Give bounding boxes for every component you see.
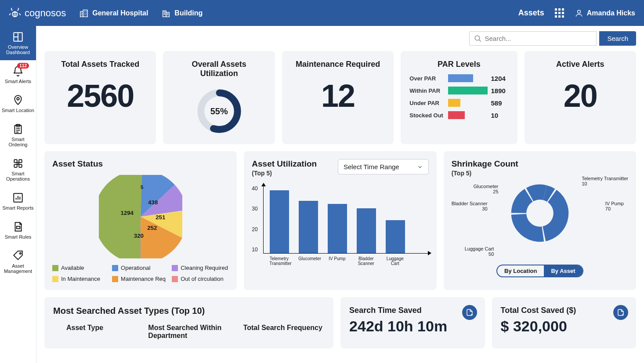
y-tick: 40 — [252, 185, 257, 192]
kpi-value: 20 — [564, 78, 597, 114]
par-row: Over PAR1204 — [409, 74, 508, 82]
kpi-title: PAR Levels — [409, 60, 508, 69]
chevron-down-icon — [417, 164, 423, 170]
nav-assets[interactable]: Assets — [518, 8, 544, 18]
par-value: 1890 — [491, 87, 509, 94]
utilization-bar-chart: 40302010 — [252, 185, 428, 254]
card-title: Shrinkage Count — [452, 159, 628, 169]
time-range-select[interactable]: Select Time Range — [338, 159, 429, 174]
card-time-saved: Search Time Saved 242d 10h 10m — [340, 297, 485, 348]
slice-value: 10 — [582, 181, 587, 186]
clipboard-icon — [12, 123, 24, 135]
stat-value: 242d 10h 10m — [349, 318, 476, 335]
nav-smart-reports[interactable]: Smart Reports — [0, 187, 36, 216]
par-value: 589 — [491, 99, 509, 107]
brand-logo[interactable]: cognosos — [9, 7, 66, 19]
svg-rect-10 — [14, 160, 17, 163]
card-asset-utilization: Asset Utilization (Top 5) Select Time Ra… — [244, 151, 436, 290]
y-tick: 20 — [252, 226, 257, 232]
report-icon[interactable] — [462, 305, 477, 320]
card-title: Most Searched Asset Types (Top 10) — [53, 306, 325, 316]
kpi-title: Total Assets Tracked — [61, 60, 139, 69]
svg-rect-1 — [80, 11, 83, 17]
slice-value: 70 — [605, 206, 611, 211]
toggle-by-location[interactable]: By Location — [497, 265, 544, 276]
nav-smart-operations[interactable]: Smart Operations — [0, 152, 36, 187]
svg-text:1294: 1294 — [121, 210, 134, 216]
par-row: Under PAR589 — [409, 99, 508, 107]
toggle-by-asset[interactable]: By Asset — [544, 265, 582, 276]
search-button[interactable]: Search — [599, 31, 636, 46]
kpi-title: Maintenance Required — [296, 60, 380, 69]
utilization-donut: 55% — [195, 87, 243, 135]
context-building[interactable]: Building — [161, 8, 203, 18]
legend-item: Maintenance Req — [112, 276, 169, 282]
x-label: Glucometer — [298, 256, 318, 266]
col-header: Asset Type — [53, 324, 148, 340]
nav-label: Smart Rules — [5, 234, 32, 240]
context-building-label: Building — [174, 9, 203, 17]
kpi-row: Total Assets Tracked 2560 Overall Assets… — [44, 51, 636, 144]
legend-label: Maintenance Req — [121, 276, 166, 282]
nav-smart-alerts[interactable]: 112 Smart Alerts — [0, 60, 36, 89]
svg-rect-11 — [19, 160, 22, 163]
card-title: Asset Utilization — [252, 159, 317, 169]
svg-point-5 — [577, 10, 580, 13]
report-icon[interactable] — [613, 305, 628, 320]
par-label: Under PAR — [409, 100, 445, 106]
kpi-par-levels: PAR Levels Over PAR1204Within PAR1890Und… — [401, 51, 517, 144]
legend-item: Cleaning Required — [172, 265, 229, 271]
svg-text:5: 5 — [141, 185, 144, 190]
par-label: Within PAR — [409, 87, 445, 94]
nav-label: Smart Location — [2, 108, 34, 113]
tag-icon — [12, 250, 24, 261]
bar — [299, 201, 318, 253]
user-name: Amanda Hicks — [587, 9, 635, 17]
stat-value: $ 320,000 — [501, 318, 627, 335]
legend-label: In Maintenance — [61, 276, 100, 282]
nav-smart-location[interactable]: Smart Location — [0, 89, 36, 118]
search-input-wrap[interactable] — [469, 31, 597, 46]
card-title: Asset Status — [52, 159, 229, 169]
card-cost-saved: Total Cost Saved ($) $ 320,000 — [492, 297, 636, 348]
par-row: Stocked Out10 — [409, 111, 508, 119]
context-location[interactable]: General Hospital — [79, 8, 148, 18]
svg-rect-12 — [14, 164, 17, 167]
nav-asset-management[interactable]: Asset Management — [0, 245, 36, 279]
search-input[interactable] — [485, 35, 592, 42]
y-tick: 30 — [252, 206, 257, 212]
bar — [270, 190, 289, 253]
user-icon — [575, 9, 583, 18]
nav-smart-rules[interactable]: Smart Rules — [0, 216, 36, 245]
sidebar: Overview Dashboard 112 Smart Alerts Smar… — [0, 26, 36, 363]
x-label: Bladder Scanner — [356, 256, 376, 266]
legend-item: In Maintenance — [52, 276, 109, 282]
nav-label: Smart Reports — [3, 205, 34, 211]
kpi-maintenance: Maintenance Required 12 — [282, 51, 394, 144]
slice-label: Glucometer — [474, 184, 499, 189]
donut-value: 55% — [195, 87, 243, 135]
svg-rect-16 — [17, 226, 20, 229]
bar — [386, 220, 405, 253]
svg-text:320: 320 — [134, 232, 144, 239]
kpi-active-alerts: Active Alerts 20 — [525, 51, 636, 144]
bar — [357, 208, 376, 253]
slice-value: 50 — [488, 251, 494, 257]
kpi-utilization: Overall Assets Utilization 55% — [163, 51, 275, 144]
apps-icon[interactable] — [555, 8, 564, 18]
nav-label: Smart Alerts — [5, 79, 31, 84]
svg-point-17 — [20, 253, 21, 254]
x-label: IV Pump — [327, 256, 347, 266]
nav-overview-dashboard[interactable]: Overview Dashboard — [0, 26, 36, 60]
col-header: Most Searched Within Department — [148, 324, 243, 340]
svg-rect-2 — [83, 10, 87, 17]
par-label: Stocked Out — [409, 112, 445, 119]
svg-text:438: 438 — [148, 199, 158, 206]
nav-smart-ordering[interactable]: Smart Ordering — [0, 118, 36, 152]
nav-label: Overview Dashboard — [2, 44, 34, 55]
par-value: 10 — [491, 112, 509, 119]
operations-icon — [12, 158, 24, 169]
svg-point-18 — [475, 36, 480, 40]
slice-value: 30 — [482, 206, 487, 211]
user-menu[interactable]: Amanda Hicks — [575, 9, 635, 18]
